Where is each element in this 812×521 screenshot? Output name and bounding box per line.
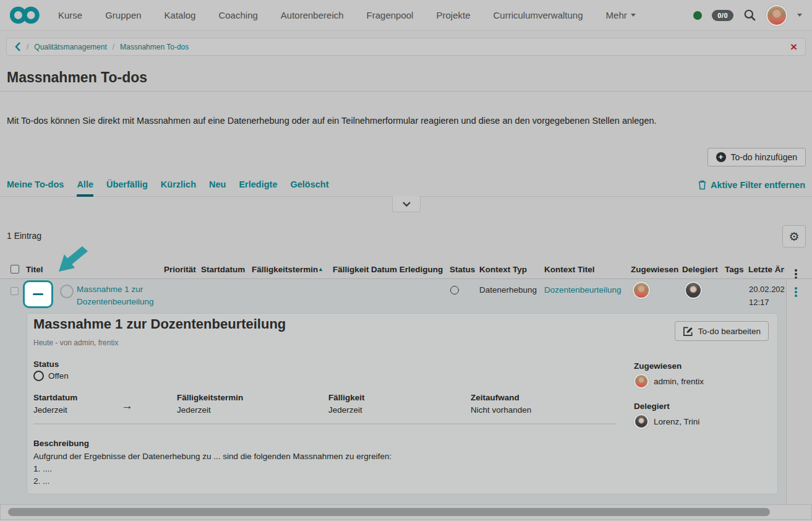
horizontal-scrollbar[interactable] [0,504,812,520]
todo-check-circle[interactable] [60,285,74,298]
row-actions-gutter [786,279,812,504]
beschreibung-text: Aufgrund der Ergebnisse der Datenerhebun… [33,450,391,488]
row-kebab-menu-icon[interactable] [795,287,797,290]
col-status[interactable]: Status [450,265,475,274]
collapse-row-button[interactable] [23,280,53,308]
row-last-changed-date: 20.02.202 [749,283,785,296]
tab-alle[interactable]: Alle [77,179,93,197]
sort-asc-icon[interactable]: ▲ [318,266,323,272]
col-startdatum[interactable]: Startdatum [201,265,245,274]
table-row: Massnahme 1 zur Dozentenbeurteilung Date… [0,278,812,504]
col-kontext-titel[interactable]: Kontext Titel [544,265,595,274]
user-avatar[interactable] [766,5,787,26]
clear-filters-link[interactable]: Aktive Filter entfernen [698,179,805,190]
nav-item-gruppen[interactable]: Gruppen [105,10,141,20]
table-settings-button[interactable]: ⚙ [782,225,806,248]
col-titel[interactable]: Titel [26,265,43,274]
beschreibung-line: 2. ... [33,475,391,488]
clear-filters-label: Aktive Filter entfernen [711,180,805,190]
row-kontext-typ: Datenerhebung [479,285,537,295]
nav-item-kurse[interactable]: Kurse [58,10,82,20]
breadcrumb-qualitaetsmanagement[interactable]: Qualitätsmanagement [34,43,106,51]
collapse-filters-button[interactable] [392,196,421,212]
delegiert-name: Lorenz, Trini [654,417,699,426]
navbar-right-cluster: 0/0 [693,5,802,26]
gear-icon: ⚙ [788,230,799,244]
status-open-value: Offen [33,371,69,381]
faelligkeit-value: Jederzeit [328,405,362,415]
row-last-changed-time: 12:17 [749,296,785,309]
plus-icon: + [716,152,726,162]
tab-meine-todos[interactable]: Meine To-dos [7,179,64,194]
status-open-icon [450,286,459,295]
beschreibung-label: Beschreibung [33,439,89,448]
close-icon[interactable]: × [790,41,797,53]
header-kebab-menu-icon[interactable] [795,269,797,272]
assigned-avatar[interactable] [633,282,650,299]
nav-item-katalog[interactable]: Katalog [165,10,196,20]
row-kontext-titel-link[interactable]: Dozentenbeurteilung [544,285,622,295]
delegated-avatar[interactable] [634,414,649,429]
zugewiesen-user: admin, frentix [634,374,704,389]
nav-item-fragenpool[interactable]: Fragenpool [367,10,414,20]
nav-item-mehr[interactable]: Mehr [606,10,636,20]
edit-pencil-icon [683,326,693,337]
top-navbar: Kurse Gruppen Katalog Coaching Autorenbe… [0,0,812,31]
row-title-link[interactable]: Massnahme 1 zur Dozentenbeurteilung [77,283,171,309]
search-icon[interactable] [743,9,756,22]
filter-tabs: Meine To-dos Alle Überfällig Kürzlich Ne… [0,179,812,197]
chevron-down-icon [631,14,636,17]
edit-todo-button[interactable]: To-do bearbeiten [675,321,769,341]
startdatum-value: Jederzeit [33,405,67,415]
delegated-avatar[interactable] [685,282,702,299]
add-todo-label: To-do hinzufügen [731,152,797,162]
startdatum-label: Startdatum [33,393,77,402]
tab-erledigte[interactable]: Erledigte [239,179,277,194]
col-datum-erledigung[interactable]: Datum Erledigung [371,265,443,274]
row-checkbox[interactable] [11,287,19,295]
page-title: Massnahmen To-dos [7,69,147,86]
online-status-dot [693,11,702,20]
select-all-checkbox[interactable] [11,265,19,273]
scrollbar-thumb[interactable] [8,508,770,516]
panel-divider [33,423,616,424]
col-faelligkeit[interactable]: Fälligkeit [333,265,369,274]
tab-kuerzlich[interactable]: Kürzlich [161,179,196,194]
status-value: Offen [48,371,69,381]
intro-text: Mit To-dos können Sie direkt mit Massnah… [7,116,805,126]
faelligkeitstermin-value: Jederzeit [177,405,211,415]
zeitaufwand-label: Zeitaufwand [471,393,519,402]
nav-item-autorenbereich[interactable]: Autorenbereich [281,10,344,20]
status-label: Status [33,360,59,369]
user-menu-chevron-icon[interactable] [797,14,802,17]
col-letzte-aenderung[interactable]: Letzte Än [748,265,784,274]
faelligkeit-label: Fälligkeit [328,393,365,402]
back-chevron-icon[interactable] [15,41,21,52]
minus-icon [33,293,43,295]
tab-neu[interactable]: Neu [209,179,226,194]
nav-item-coaching[interactable]: Coaching [218,10,257,20]
nav-item-projekte[interactable]: Projekte [436,10,470,20]
nav-item-curriculumverwaltung[interactable]: Curriculumverwaltung [493,10,583,20]
edit-todo-label: To-do bearbeiten [698,327,761,336]
col-faelligkeitstermin[interactable]: Fälligkeitstermin [252,265,318,274]
faelligkeitstermin-label: Fälligkeitstermin [177,393,243,402]
status-open-circle-icon [33,371,44,381]
tab-ueberfaellig[interactable]: Überfällig [106,179,148,194]
col-delegiert[interactable]: Delegiert [682,265,718,274]
chat-counter-badge[interactable]: 0/0 [712,10,733,21]
col-prioritaet[interactable]: Priorität [164,265,196,274]
col-tags[interactable]: Tags [725,265,744,274]
delegiert-user: Lorenz, Trini [634,414,699,429]
breadcrumb-massnahmen-todos[interactable]: Massnahmen To-dos [120,43,189,51]
col-zugewiesen[interactable]: Zugewiesen [631,265,678,274]
assigned-avatar[interactable] [634,374,649,389]
add-todo-button[interactable]: + To-do hinzufügen [707,148,806,166]
title-divider [0,91,812,92]
tab-geloescht[interactable]: Gelöscht [291,179,329,194]
col-kontext-typ[interactable]: Kontext Typ [479,265,527,274]
chevron-down-icon [402,201,411,207]
row-last-changed: 20.02.202 12:17 [749,283,785,309]
openolat-logo-icon[interactable] [10,6,40,24]
arrow-right-icon: → [121,399,133,413]
